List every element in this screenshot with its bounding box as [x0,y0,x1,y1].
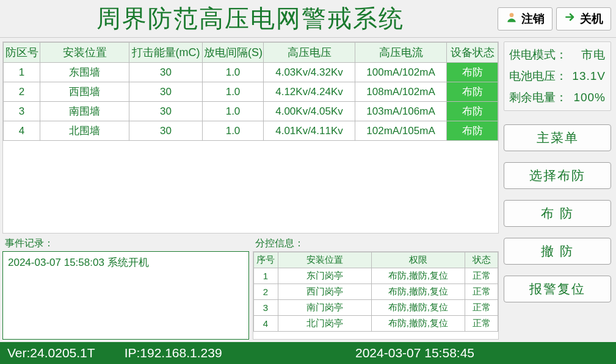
sub-info-panel: 分控信息： 序号安装位置权限状态 1东门岗亭布防,撤防,复位正常2西门岗亭布防,… [253,236,499,340]
zone-header: 放电间隔(S) [203,43,264,63]
sub-row[interactable]: 2西门岗亭布防,撤防,复位正常 [253,284,498,300]
zone-header: 打击能量(mC) [129,43,203,63]
zone-cell: 东围墙 [40,63,129,82]
zone-cell: 1 [4,63,40,82]
zone-cell: 北围墙 [40,121,129,141]
logout-label: 注销 [521,11,545,27]
zone-cell: 南围墙 [40,102,129,121]
sub-cell: 2 [253,284,278,300]
zone-row[interactable]: 1东围墙301.04.03Kv/4.32Kv100mA/102mA布防 [4,63,498,82]
zone-cell: 102mA/105mA [355,121,447,141]
sidebar-buttons: 主菜单 选择布防 布 防 撤 防 报警复位 [504,115,611,302]
sub-cell: 正常 [465,284,498,300]
version: Ver:24.0205.1T [7,346,95,360]
zone-cell: 4.03Kv/4.32Kv [264,63,355,82]
svg-point-0 [510,13,514,17]
sub-header: 状态 [465,252,498,268]
disarm-button[interactable]: 撤 防 [504,238,611,265]
sub-cell: 布防,撤防,复位 [371,284,465,300]
zone-cell: 西围墙 [40,82,129,102]
zone-cell: 1.0 [203,82,264,102]
zone-status: 布防 [447,63,498,82]
power-mode-row: 供电模式： 市电 [509,48,606,62]
zone-cell: 108mA/102mA [355,82,447,102]
sub-row[interactable]: 1东门岗亭布防,撤防,复位正常 [253,268,498,284]
zone-cell: 1.0 [203,63,264,82]
sub-cell: 布防,撤防,复位 [371,268,465,284]
zone-cell: 4.00Kv/4.05Kv [264,102,355,121]
event-log-panel: 事件记录： 2024-03-07 15:58:03 系统开机 [2,236,249,340]
sub-cell: 西门岗亭 [278,284,371,300]
sub-header: 安装位置 [278,252,371,268]
alarm-reset-button[interactable]: 报警复位 [504,276,611,302]
arm-button[interactable]: 布 防 [504,200,611,227]
sub-row[interactable]: 3南门岗亭布防,撤防,复位正常 [253,300,498,316]
sub-info-table: 序号安装位置权限状态 1东门岗亭布防,撤防,复位正常2西门岗亭布防,撤防,复位正… [253,251,499,340]
status-bar: Ver:24.0205.1T IP:192.168.1.239 2024-03-… [0,342,616,364]
event-line: 2024-03-07 15:58:03 系统开机 [8,255,244,269]
zone-cell: 103mA/106mA [355,102,447,121]
zone-row[interactable]: 2西围墙301.04.12Kv/4.24Kv108mA/102mA布防 [4,82,498,102]
sub-info-title: 分控信息： [253,236,499,251]
zone-cell: 30 [129,102,203,121]
zone-row[interactable]: 4北围墙301.04.01Kv/4.11Kv102mA/105mA布防 [4,121,498,141]
event-log-box: 2024-03-07 15:58:03 系统开机 [2,251,249,340]
shutdown-label: 关机 [580,11,603,27]
zone-cell: 1.0 [203,121,264,141]
event-log-title: 事件记录： [2,236,249,251]
app-title: 周界防范高压电网警戒系统 [2,2,498,35]
zone-cell: 3 [4,102,40,121]
sub-cell: 正常 [465,300,498,316]
zone-header: 设备状态 [447,43,498,63]
zone-cell: 4.01Kv/4.11Kv [264,121,355,141]
sub-cell: 正常 [465,268,498,284]
battery-voltage-value: 13.1V [572,70,606,84]
zone-status: 布防 [447,121,498,141]
zone-status: 布防 [447,82,498,102]
zone-cell: 30 [129,121,203,141]
battery-voltage-label: 电池电压： [509,70,567,84]
power-mode-label: 供电模式： [509,48,567,62]
power-mode-value: 市电 [581,48,606,62]
sub-cell: 布防,撤防,复位 [371,300,465,316]
battery-percent-row: 剩余电量： 100% [509,91,606,105]
zone-status: 布防 [447,102,498,121]
main-area: 防区号安装位置打击能量(mC)放电间隔(S)高压电压高压电流设备状态 1东围墙3… [0,38,616,342]
lower-row: 事件记录： 2024-03-07 15:58:03 系统开机 分控信息： 序号安… [2,236,499,340]
zone-cell: 2 [4,82,40,102]
zone-cell: 1.0 [203,102,264,121]
arrow-right-icon [564,11,576,26]
sub-header: 序号 [253,252,278,268]
sub-cell: 正常 [465,316,498,332]
battery-voltage-row: 电池电压： 13.1V [509,70,606,84]
sub-cell: 4 [253,316,278,332]
sub-row[interactable]: 4北门岗亭布防,撤防,复位正常 [253,316,498,332]
battery-percent-value: 100% [573,91,606,105]
zone-cell: 4.12Kv/4.24Kv [264,82,355,102]
sub-header: 权限 [371,252,465,268]
zone-header: 防区号 [4,43,40,63]
shutdown-button[interactable]: 关机 [556,7,611,30]
zone-cell: 30 [129,82,203,102]
sub-cell: 3 [253,300,278,316]
zone-header: 高压电流 [355,43,447,63]
header: 周界防范高压电网警戒系统 注销 关机 [0,0,616,38]
header-buttons: 注销 关机 [498,7,614,30]
zone-cell: 4 [4,121,40,141]
ip-address: IP:192.168.1.239 [125,346,222,360]
sub-cell: 南门岗亭 [278,300,371,316]
zone-row[interactable]: 3南围墙301.04.00Kv/4.05Kv103mA/106mA布防 [4,102,498,121]
right-column: 供电模式： 市电 电池电压： 13.1V 剩余电量： 100% 主菜单 选择布防… [501,38,616,342]
sub-cell: 布防,撤防,复位 [371,316,465,332]
battery-percent-label: 剩余电量： [509,91,567,105]
main-menu-button[interactable]: 主菜单 [504,124,611,151]
zone-header: 高压电压 [264,43,355,63]
sub-cell: 北门岗亭 [278,316,371,332]
sub-cell: 东门岗亭 [278,268,371,284]
logout-button[interactable]: 注销 [498,7,553,30]
power-info-panel: 供电模式： 市电 电池电压： 13.1V 剩余电量： 100% [504,41,611,111]
sub-cell: 1 [253,268,278,284]
zone-cell: 30 [129,63,203,82]
user-icon [505,11,518,26]
select-arm-button[interactable]: 选择布防 [504,162,611,189]
